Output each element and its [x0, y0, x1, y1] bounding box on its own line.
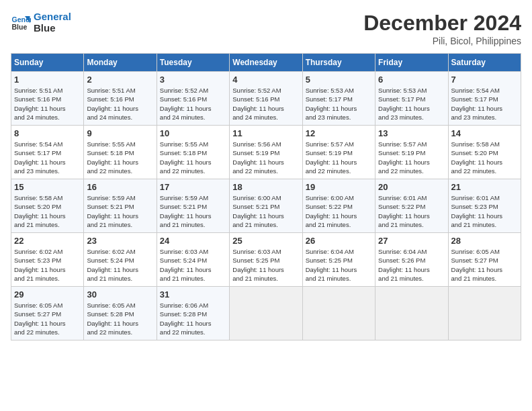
calendar-cell: 14Sunrise: 5:58 AM Sunset: 5:20 PM Dayli…	[448, 126, 521, 179]
calendar-cell: 26Sunrise: 6:04 AM Sunset: 5:25 PM Dayli…	[302, 233, 375, 287]
day-number: 23	[87, 236, 153, 246]
calendar-cell: 21Sunrise: 6:01 AM Sunset: 5:23 PM Dayli…	[448, 179, 521, 233]
calendar-cell: 11Sunrise: 5:56 AM Sunset: 5:19 PM Dayli…	[230, 126, 302, 179]
day-number: 14	[451, 128, 518, 138]
day-detail: Sunrise: 6:01 AM Sunset: 5:23 PM Dayligh…	[451, 193, 518, 229]
day-detail: Sunrise: 5:59 AM Sunset: 5:21 PM Dayligh…	[160, 193, 226, 229]
calendar-week-4: 22Sunrise: 6:02 AM Sunset: 5:23 PM Dayli…	[11, 233, 521, 287]
day-detail: Sunrise: 5:53 AM Sunset: 5:17 PM Dayligh…	[378, 86, 445, 122]
page-header: General Blue General Blue December 2024 …	[11, 11, 521, 46]
logo-line1: General	[34, 11, 71, 22]
calendar-cell	[375, 287, 448, 340]
day-number: 8	[14, 128, 81, 138]
day-detail: Sunrise: 6:02 AM Sunset: 5:24 PM Dayligh…	[87, 247, 153, 283]
day-detail: Sunrise: 5:55 AM Sunset: 5:18 PM Dayligh…	[87, 140, 153, 175]
day-detail: Sunrise: 6:05 AM Sunset: 5:28 PM Dayligh…	[87, 301, 153, 336]
calendar-cell: 1Sunrise: 5:51 AM Sunset: 5:16 PM Daylig…	[11, 72, 84, 126]
day-detail: Sunrise: 5:58 AM Sunset: 5:20 PM Dayligh…	[14, 193, 81, 229]
calendar-cell: 16Sunrise: 5:59 AM Sunset: 5:21 PM Dayli…	[84, 179, 157, 233]
day-number: 20	[378, 182, 445, 192]
day-detail: Sunrise: 5:57 AM Sunset: 5:19 PM Dayligh…	[378, 140, 445, 175]
day-header-monday: Monday	[84, 54, 157, 72]
day-number: 21	[451, 182, 518, 192]
day-detail: Sunrise: 6:00 AM Sunset: 5:21 PM Dayligh…	[232, 193, 299, 229]
day-detail: Sunrise: 6:00 AM Sunset: 5:22 PM Dayligh…	[306, 193, 372, 229]
day-detail: Sunrise: 5:59 AM Sunset: 5:21 PM Dayligh…	[87, 193, 153, 229]
calendar-cell: 6Sunrise: 5:53 AM Sunset: 5:17 PM Daylig…	[375, 72, 448, 126]
day-detail: Sunrise: 5:54 AM Sunset: 5:17 PM Dayligh…	[451, 86, 518, 122]
calendar-cell: 20Sunrise: 6:01 AM Sunset: 5:22 PM Dayli…	[375, 179, 448, 233]
logo-icon: General Blue	[11, 12, 31, 32]
calendar-cell: 22Sunrise: 6:02 AM Sunset: 5:23 PM Dayli…	[11, 233, 84, 287]
day-detail: Sunrise: 5:52 AM Sunset: 5:16 PM Dayligh…	[160, 86, 226, 122]
calendar-cell: 10Sunrise: 5:55 AM Sunset: 5:18 PM Dayli…	[157, 126, 229, 179]
day-number: 9	[87, 128, 153, 138]
month-title: December 2024	[363, 11, 521, 36]
day-detail: Sunrise: 6:06 AM Sunset: 5:28 PM Dayligh…	[160, 301, 226, 336]
day-detail: Sunrise: 5:51 AM Sunset: 5:16 PM Dayligh…	[14, 86, 81, 122]
day-header-friday: Friday	[375, 54, 448, 72]
calendar-week-3: 15Sunrise: 5:58 AM Sunset: 5:20 PM Dayli…	[11, 179, 521, 233]
day-number: 26	[306, 236, 372, 246]
day-number: 11	[232, 128, 299, 138]
day-detail: Sunrise: 5:54 AM Sunset: 5:17 PM Dayligh…	[14, 140, 81, 175]
day-number: 30	[87, 289, 153, 300]
day-number: 12	[306, 128, 372, 138]
day-number: 10	[160, 128, 226, 138]
calendar-cell: 18Sunrise: 6:00 AM Sunset: 5:21 PM Dayli…	[230, 179, 302, 233]
calendar-cell: 28Sunrise: 6:05 AM Sunset: 5:27 PM Dayli…	[448, 233, 521, 287]
day-number: 18	[232, 182, 299, 192]
day-number: 3	[160, 75, 226, 85]
day-number: 5	[306, 75, 372, 85]
calendar-cell: 2Sunrise: 5:51 AM Sunset: 5:16 PM Daylig…	[84, 72, 157, 126]
day-detail: Sunrise: 5:58 AM Sunset: 5:20 PM Dayligh…	[451, 140, 518, 175]
calendar-body: 1Sunrise: 5:51 AM Sunset: 5:16 PM Daylig…	[11, 72, 521, 340]
day-header-thursday: Thursday	[302, 54, 375, 72]
day-detail: Sunrise: 5:51 AM Sunset: 5:16 PM Dayligh…	[87, 86, 153, 122]
day-header-wednesday: Wednesday	[230, 54, 302, 72]
calendar-header-row: SundayMondayTuesdayWednesdayThursdayFrid…	[11, 54, 521, 72]
calendar-cell: 7Sunrise: 5:54 AM Sunset: 5:17 PM Daylig…	[448, 72, 521, 126]
day-number: 25	[232, 236, 299, 246]
calendar-cell: 5Sunrise: 5:53 AM Sunset: 5:17 PM Daylig…	[302, 72, 375, 126]
calendar-cell	[302, 287, 375, 340]
calendar-table: SundayMondayTuesdayWednesdayThursdayFrid…	[11, 53, 521, 340]
day-header-sunday: Sunday	[11, 54, 84, 72]
day-number: 31	[160, 289, 226, 300]
day-detail: Sunrise: 5:52 AM Sunset: 5:16 PM Dayligh…	[232, 86, 299, 122]
day-number: 15	[14, 182, 81, 192]
day-detail: Sunrise: 6:05 AM Sunset: 5:27 PM Dayligh…	[451, 247, 518, 283]
day-detail: Sunrise: 5:56 AM Sunset: 5:19 PM Dayligh…	[232, 140, 299, 175]
logo-line2: Blue	[34, 22, 71, 34]
day-detail: Sunrise: 6:04 AM Sunset: 5:25 PM Dayligh…	[306, 247, 372, 283]
day-number: 1	[14, 75, 81, 85]
day-detail: Sunrise: 6:04 AM Sunset: 5:26 PM Dayligh…	[378, 247, 445, 283]
calendar-cell: 27Sunrise: 6:04 AM Sunset: 5:26 PM Dayli…	[375, 233, 448, 287]
calendar-cell: 15Sunrise: 5:58 AM Sunset: 5:20 PM Dayli…	[11, 179, 84, 233]
day-number: 4	[232, 75, 299, 85]
calendar-cell: 4Sunrise: 5:52 AM Sunset: 5:16 PM Daylig…	[230, 72, 302, 126]
location-subtitle: Pili, Bicol, Philippines	[363, 36, 521, 46]
day-number: 27	[378, 236, 445, 246]
day-number: 19	[306, 182, 372, 192]
day-number: 24	[160, 236, 226, 246]
day-header-saturday: Saturday	[448, 54, 521, 72]
calendar-cell: 29Sunrise: 6:05 AM Sunset: 5:27 PM Dayli…	[11, 287, 84, 340]
calendar-cell: 30Sunrise: 6:05 AM Sunset: 5:28 PM Dayli…	[84, 287, 157, 340]
day-detail: Sunrise: 6:03 AM Sunset: 5:25 PM Dayligh…	[232, 247, 299, 283]
calendar-cell: 31Sunrise: 6:06 AM Sunset: 5:28 PM Dayli…	[157, 287, 229, 340]
day-number: 16	[87, 182, 153, 192]
svg-text:Blue: Blue	[12, 23, 28, 31]
day-number: 7	[451, 75, 518, 85]
day-number: 28	[451, 236, 518, 246]
calendar-cell: 25Sunrise: 6:03 AM Sunset: 5:25 PM Dayli…	[230, 233, 302, 287]
calendar-cell: 19Sunrise: 6:00 AM Sunset: 5:22 PM Dayli…	[302, 179, 375, 233]
day-detail: Sunrise: 5:55 AM Sunset: 5:18 PM Dayligh…	[160, 140, 226, 175]
calendar-cell: 17Sunrise: 5:59 AM Sunset: 5:21 PM Dayli…	[157, 179, 229, 233]
day-number: 2	[87, 75, 153, 85]
day-number: 22	[14, 236, 81, 246]
day-number: 17	[160, 182, 226, 192]
title-block: December 2024 Pili, Bicol, Philippines	[363, 11, 521, 46]
calendar-cell: 9Sunrise: 5:55 AM Sunset: 5:18 PM Daylig…	[84, 126, 157, 179]
calendar-cell: 12Sunrise: 5:57 AM Sunset: 5:19 PM Dayli…	[302, 126, 375, 179]
